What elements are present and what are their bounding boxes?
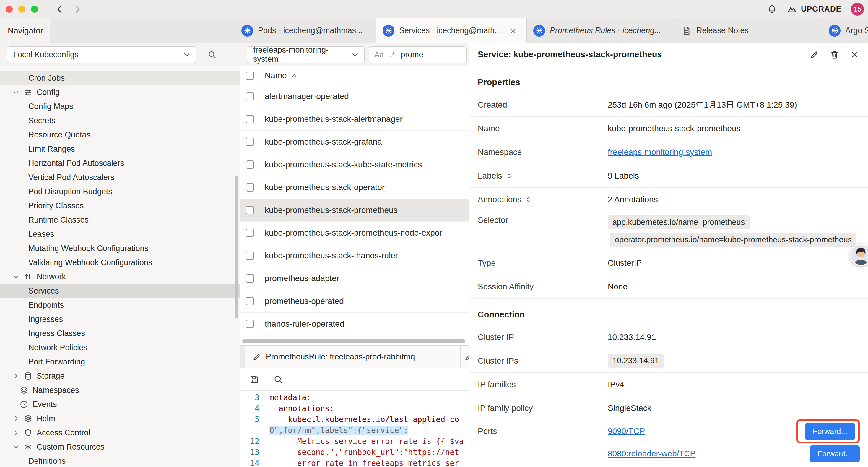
back-arrow-icon[interactable] <box>54 4 65 15</box>
name-column-header[interactable]: Name <box>265 71 287 80</box>
sidebar-item-pod-disruption-budgets[interactable]: Pod Disruption Budgets <box>0 184 240 199</box>
table-row[interactable]: kube-prometheus-stack-thanos-ruler <box>240 244 469 267</box>
sidebar-item-ingresses[interactable]: Ingresses <box>0 312 240 326</box>
tab-release-notes[interactable]: Release Notes <box>675 18 822 43</box>
chevron-down-icon[interactable] <box>12 88 20 96</box>
sidebar-item-storage[interactable]: Storage <box>0 369 240 383</box>
sidebar-item-endpoints[interactable]: Endpoints <box>0 298 240 312</box>
table-row[interactable]: kube-prometheus-stack-prometheus <box>240 199 469 222</box>
forward-button[interactable]: Forward... <box>805 423 855 440</box>
maximize-window-button[interactable] <box>31 6 38 13</box>
sidebar-item-custom-resources[interactable]: Custom Resources <box>0 440 240 454</box>
sidebar-item-resource-quotas[interactable]: Resource Quotas <box>0 128 240 142</box>
search-input[interactable] <box>401 50 442 59</box>
sort-icon[interactable] <box>524 196 532 203</box>
save-icon[interactable] <box>249 374 259 385</box>
sidebar-item-config-maps[interactable]: Config Maps <box>0 99 240 114</box>
sidebar-item-services[interactable]: Services <box>0 284 240 298</box>
chevron-right-icon[interactable] <box>12 429 20 437</box>
table-row[interactable]: prometheus-operated <box>240 290 469 313</box>
sidebar-item-helm[interactable]: Helm <box>0 411 240 426</box>
table-row[interactable]: kube-prometheus-stack-kube-state-metrics <box>240 153 469 176</box>
service-detail-panel: Service: kube-prometheus-stack-prometheu… <box>469 43 868 467</box>
prometheusrule-editor-tab[interactable]: PrometheusRule: freeleaps-prod-rabbitmq <box>245 346 460 368</box>
row-checkbox[interactable] <box>246 229 254 237</box>
sidebar-item-access-control[interactable]: Access Control <box>0 426 240 440</box>
table-row[interactable]: alertmanager-operated <box>240 85 469 108</box>
sidebar-item-cron-jobs[interactable]: Cron Jobs <box>0 71 240 85</box>
row-checkbox[interactable] <box>246 92 254 100</box>
forward-arrow-icon[interactable] <box>72 4 83 15</box>
trash-icon[interactable] <box>830 50 840 60</box>
sidebar-item-horizontal-pod-autoscalers[interactable]: Horizontal Pod Autoscalers <box>0 156 240 170</box>
sidebar-item-validating-webhook-configurations[interactable]: Validating Webhook Configurations <box>0 255 240 269</box>
yaml-editor[interactable]: 3metadata:4 annotations:5 kubectl.kubern… <box>240 391 469 467</box>
sidebar-item-network-policies[interactable]: Network Policies <box>0 341 240 355</box>
sidebar-item-events[interactable]: Events <box>0 397 240 411</box>
chevron-right-icon[interactable] <box>12 414 20 423</box>
sidebar-item-limit-ranges[interactable]: Limit Ranges <box>0 142 240 156</box>
tab-prometheus-rules-icecheng[interactable]: Prometheus Rules - icecheng... <box>527 18 675 43</box>
close-window-button[interactable] <box>6 6 13 13</box>
sidebar-item-leases[interactable]: Leases <box>0 227 240 241</box>
search-icon[interactable] <box>208 50 217 59</box>
upgrade-button[interactable]: UPGRADE <box>787 4 841 14</box>
chevron-down-icon[interactable] <box>12 443 20 451</box>
tab-argo-se[interactable]: Argo Se <box>822 18 868 43</box>
table-row[interactable]: kube-prometheus-stack-operator <box>240 176 469 199</box>
sidebar-item-priority-classes[interactable]: Priority Classes <box>0 199 240 213</box>
sidebar-item-ingress-classes[interactable]: Ingress Classes <box>0 326 240 341</box>
sidebar-item-vertical-pod-autoscalers[interactable]: Vertical Pod Autoscalers <box>0 170 240 184</box>
table-row[interactable]: prometheus-adapter <box>240 267 469 290</box>
sidebar-item-network[interactable]: Network <box>0 269 240 284</box>
sidebar-item-namespaces[interactable]: Namespaces <box>0 383 240 397</box>
table-row[interactable]: thanos-ruler-operated <box>240 313 469 335</box>
namespace-filter-selector[interactable]: freeleaps-monitoring-system <box>247 47 365 63</box>
service-search-box[interactable]: Aa .* <box>369 47 467 63</box>
sidebar-scrollbar[interactable] <box>235 176 239 318</box>
kubeconfig-selector[interactable]: Local Kubeconfigs <box>7 47 196 63</box>
sidebar-item-port-forwarding[interactable]: Port Forwarding <box>0 355 240 369</box>
sort-ascending-icon[interactable] <box>290 72 298 80</box>
notification-count-badge[interactable]: 15 <box>851 3 864 16</box>
tab-services-icecheng-math[interactable]: Services - icecheng@math... <box>376 18 527 43</box>
row-checkbox[interactable] <box>246 274 254 283</box>
pencil-icon[interactable] <box>809 50 819 60</box>
minimize-window-button[interactable] <box>18 6 25 13</box>
row-checkbox[interactable] <box>246 297 254 305</box>
sidebar-item-mutating-webhook-configurations[interactable]: Mutating Webhook Configurations <box>0 241 240 255</box>
sidebar-item-runtime-classes[interactable]: Runtime Classes <box>0 213 240 227</box>
close-icon[interactable] <box>850 50 860 60</box>
forward-button[interactable]: Forward... <box>810 445 860 462</box>
sidebar-item-config[interactable]: Config <box>0 85 240 99</box>
row-checkbox[interactable] <box>246 183 254 192</box>
chevron-down-icon[interactable] <box>12 272 20 281</box>
editor-tab-partial[interactable] <box>460 346 469 368</box>
table-row[interactable]: kube-prometheus-stack-alertmanager <box>240 108 469 130</box>
row-checkbox[interactable] <box>246 206 254 214</box>
table-row[interactable]: kube-prometheus-stack-grafana <box>240 130 469 153</box>
search-icon[interactable] <box>273 374 284 385</box>
sidebar-item-definitions[interactable]: Definitions <box>0 454 240 467</box>
row-checkbox[interactable] <box>246 160 254 169</box>
row-checkbox[interactable] <box>246 138 254 146</box>
bell-icon[interactable] <box>767 4 777 14</box>
field-link[interactable]: freeleaps-monitoring-system <box>608 147 712 157</box>
row-checkbox[interactable] <box>246 252 254 260</box>
sort-icon[interactable] <box>505 172 513 180</box>
row-checkbox[interactable] <box>246 115 254 123</box>
sidebar-item-secrets[interactable]: Secrets <box>0 114 240 128</box>
tab-pods-icecheng-mathmas[interactable]: Pods - icecheng@mathmas... <box>235 18 376 43</box>
table-row[interactable]: kube-prometheus-stack-prometheus-node-ex… <box>240 222 469 244</box>
chevron-right-icon[interactable] <box>12 372 20 380</box>
port-link[interactable]: 8080:reloader-web/TCP <box>608 449 695 459</box>
regex-toggle[interactable]: .* <box>390 50 395 59</box>
horizontal-scrollbar[interactable] <box>242 339 465 344</box>
match-case-toggle[interactable]: Aa <box>374 50 384 59</box>
navigator-panel-header[interactable]: Navigator <box>0 18 50 43</box>
row-checkbox[interactable] <box>246 320 254 328</box>
close-icon[interactable] <box>509 27 517 35</box>
select-all-checkbox[interactable] <box>246 71 254 80</box>
port-link[interactable]: 9090/TCP <box>608 427 645 436</box>
service-name: kube-prometheus-stack-operator <box>265 183 385 192</box>
